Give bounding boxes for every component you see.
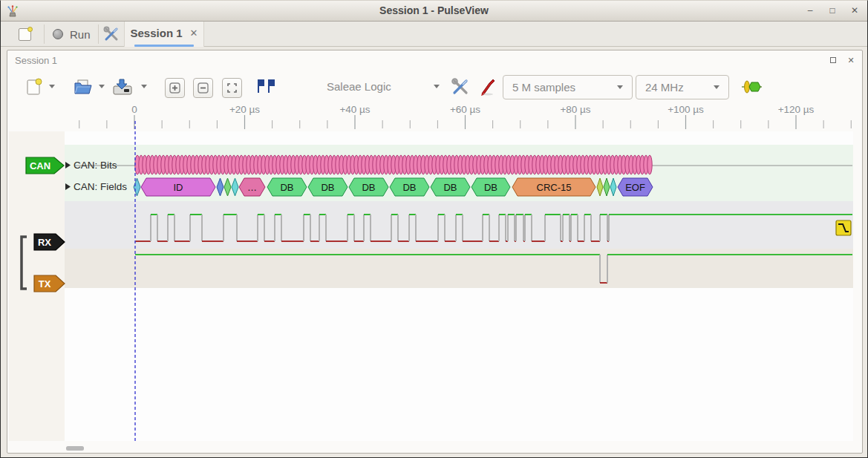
tab-session-1[interactable]: Session 1 ✕ — [124, 22, 204, 47]
active-tab-indicator — [134, 45, 194, 47]
chevron-down-icon — [141, 85, 147, 88]
zoom-in-button[interactable] — [165, 78, 185, 98]
svg-text:DB: DB — [362, 182, 375, 193]
chevron-down-icon — [49, 85, 55, 88]
title-bar[interactable]: Session 1 - PulseView – □ ✕ — [1, 1, 867, 22]
trigger-marker[interactable] — [836, 220, 851, 235]
window-title: Session 1 - PulseView — [1, 4, 867, 16]
trace-view[interactable]: 0+20 µs+40 µs+60 µs+80 µs+100 µs+120 µs … — [9, 102, 853, 453]
tab-label: Session 1 — [131, 27, 183, 39]
zoom-fit-button[interactable] — [222, 78, 242, 98]
toolbar-separator — [98, 24, 99, 44]
zoom-out-button[interactable] — [193, 78, 213, 98]
open-file-menu-button[interactable] — [99, 85, 105, 88]
sample-rate-value: 24 MHz — [645, 81, 684, 94]
settings-button[interactable] — [100, 24, 123, 44]
float-icon — [830, 57, 836, 63]
svg-text:EOF: EOF — [625, 182, 645, 193]
sample-rate-select[interactable]: 24 MHz — [636, 75, 729, 99]
svg-text:DB: DB — [484, 182, 497, 193]
configure-device-button[interactable] — [451, 77, 470, 96]
tab-close-icon[interactable]: ✕ — [190, 27, 198, 39]
svg-text:ID: ID — [174, 182, 183, 193]
zoom-in-icon — [169, 82, 180, 94]
svg-text:CAN: CAN — [30, 160, 50, 171]
svg-text:DB: DB — [443, 182, 457, 193]
save-file-menu-button[interactable] — [141, 85, 147, 88]
new-session-icon — [19, 28, 31, 41]
svg-text:CRC-15: CRC-15 — [537, 182, 572, 193]
svg-text:0: 0 — [131, 104, 137, 115]
close-button[interactable]: ✕ — [849, 5, 860, 16]
device-selector-caret[interactable] — [434, 85, 440, 88]
minimize-button[interactable]: – — [805, 5, 815, 16]
configure-channels-button[interactable] — [479, 77, 497, 96]
dock-close-button[interactable]: ✕ — [846, 56, 856, 66]
run-label: Run — [70, 28, 91, 41]
add-decoder-icon — [741, 79, 763, 95]
zoom-fit-icon — [226, 82, 238, 94]
pulseview-window: Session 1 - PulseView – □ ✕ Run — [0, 0, 868, 458]
sample-count-value: 5 M samples — [512, 81, 575, 94]
dock-title: Session 1 — [15, 55, 57, 66]
zoom-out-icon — [198, 82, 209, 94]
wrench-icon — [451, 77, 470, 96]
dock-float-button[interactable] — [828, 56, 838, 66]
main-toolbar: Run Session 1 ✕ — [1, 22, 867, 47]
open-file-button[interactable] — [73, 77, 94, 96]
chevron-down-icon — [617, 85, 623, 89]
new-file-icon — [25, 77, 44, 96]
hscroll-handle[interactable] — [66, 446, 84, 451]
session-dock: Session 1 ✕ — [7, 50, 863, 454]
session-toolbar: Saleae Logic 5 M samples — [7, 71, 862, 105]
chevron-down-icon — [434, 85, 440, 88]
svg-text:+100 µs: +100 µs — [668, 104, 704, 115]
sample-count-select[interactable]: 5 M samples — [503, 75, 633, 99]
svg-text:+20 µs: +20 µs — [229, 104, 260, 115]
svg-text:+120 µs: +120 µs — [778, 104, 815, 115]
decoder-flags-icon — [254, 77, 276, 95]
toolbar-separator — [44, 24, 45, 44]
wrench-icon — [103, 26, 120, 42]
maximize-button[interactable]: □ — [827, 5, 838, 16]
svg-text:DB: DB — [321, 182, 334, 193]
run-state-icon — [53, 29, 63, 39]
svg-text:…: … — [247, 182, 257, 193]
chevron-down-icon — [99, 85, 105, 88]
svg-text:RX: RX — [38, 237, 51, 248]
horizontal-scrollbar[interactable] — [66, 446, 84, 451]
svg-text:CAN: Fields: CAN: Fields — [74, 181, 127, 192]
chevron-down-icon — [714, 85, 719, 89]
new-session-button[interactable] — [13, 24, 36, 44]
svg-text:CAN: Bits: CAN: Bits — [74, 160, 117, 171]
run-button[interactable]: Run — [48, 24, 95, 44]
open-file-icon — [73, 77, 94, 96]
svg-text:+60 µs: +60 µs — [450, 104, 480, 115]
device-selector-label[interactable]: Saleae Logic — [327, 80, 391, 93]
show-decoder-selector-button[interactable] — [254, 77, 276, 95]
save-file-button[interactable] — [111, 77, 134, 96]
svg-text:+80 µs: +80 µs — [560, 104, 590, 115]
probe-icon — [479, 77, 497, 96]
save-file-icon — [111, 77, 134, 96]
svg-text:+40 µs: +40 µs — [339, 104, 370, 115]
new-file-button[interactable] — [25, 77, 44, 96]
svg-text:TX: TX — [39, 278, 51, 289]
new-file-menu-button[interactable] — [49, 85, 55, 88]
add-decoder-button[interactable] — [741, 79, 763, 95]
svg-text:DB: DB — [402, 182, 416, 193]
svg-text:DB: DB — [280, 182, 293, 193]
